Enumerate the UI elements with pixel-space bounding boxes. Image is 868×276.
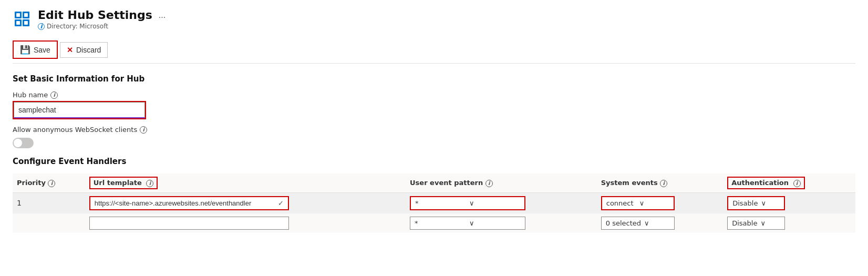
ellipsis-button[interactable]: ... <box>157 11 168 20</box>
anonymous-toggle[interactable] <box>13 138 34 148</box>
table-row: 1 ✓ * ∨ connect ∨ <box>13 192 855 213</box>
basic-info-title: Set Basic Information for Hub <box>13 74 855 84</box>
event-handlers-table: Priority i Url template i User event pat… <box>13 173 855 233</box>
event-handlers-title: Configure Event Handlers <box>13 157 855 166</box>
event-handlers-section: Configure Event Handlers Priority i Url … <box>13 157 855 233</box>
col-url-template: Url template i <box>85 173 406 192</box>
discard-icon: ✕ <box>67 46 73 54</box>
save-button[interactable]: 💾 Save <box>13 40 58 59</box>
col-system-events: System events i <box>597 173 723 192</box>
col-user-event-pattern: User event pattern i <box>406 173 597 192</box>
info-icon: i <box>38 23 45 30</box>
url-template-input-row2[interactable] <box>94 219 284 227</box>
system-events-row2-chevron-icon: ∨ <box>644 219 649 227</box>
svg-rect-7 <box>24 21 28 25</box>
row2-authentication[interactable]: Disable ∨ <box>723 213 855 233</box>
toolbar: 💾 Save ✕ Discard <box>13 36 855 64</box>
row2-priority <box>13 213 85 233</box>
anonymous-info-icon: i <box>140 126 147 134</box>
auth-chevron-icon: ∨ <box>761 199 766 207</box>
svg-rect-5 <box>24 13 28 17</box>
row1-system-events[interactable]: connect ∨ <box>597 192 723 213</box>
basic-info-section: Set Basic Information for Hub Hub name i… <box>13 74 855 148</box>
url-check-icon: ✓ <box>278 199 284 207</box>
row2-url-template[interactable] <box>85 213 406 233</box>
anonymous-label: Allow anonymous WebSocket clients i <box>13 126 855 134</box>
hub-name-input[interactable] <box>14 102 145 118</box>
user-pattern-chevron-icon: ∨ <box>469 199 520 207</box>
row1-user-event-pattern[interactable]: * ∨ <box>406 192 597 213</box>
title-block: Edit Hub Settings ... i Directory: Micro… <box>38 8 168 30</box>
header-area: Edit Hub Settings ... i Directory: Micro… <box>13 8 855 30</box>
user-pattern-row2-chevron-icon: ∨ <box>469 219 521 227</box>
hub-name-label: Hub name i <box>13 91 855 99</box>
auth-info-icon: i <box>793 180 801 187</box>
system-events-chevron-icon: ∨ <box>639 199 669 207</box>
row1-priority: 1 <box>13 192 85 213</box>
hub-name-info-icon: i <box>50 91 58 99</box>
col-authentication: Authentication i <box>723 173 855 192</box>
toggle-container <box>13 138 855 148</box>
discard-button[interactable]: ✕ Discard <box>60 42 108 58</box>
priority-info-icon: i <box>48 180 55 187</box>
table-row: * ∨ 0 selected ∨ Disable ∨ <box>13 213 855 233</box>
page-title: Edit Hub Settings ... <box>38 8 168 22</box>
col-priority: Priority i <box>13 173 85 192</box>
table-header-row: Priority i Url template i User event pat… <box>13 173 855 192</box>
system-events-info-icon: i <box>660 180 667 187</box>
row1-url-template[interactable]: ✓ <box>85 192 406 213</box>
url-template-input-row1[interactable] <box>95 199 275 207</box>
auth-row2-chevron-icon: ∨ <box>760 219 766 227</box>
url-template-info-icon: i <box>146 180 153 187</box>
row2-user-event-pattern[interactable]: * ∨ <box>406 213 597 233</box>
hub-name-wrapper <box>13 101 146 119</box>
svg-rect-6 <box>16 21 20 25</box>
subtitle: i Directory: Microsoft <box>38 23 168 30</box>
svg-rect-4 <box>16 13 20 17</box>
row2-system-events[interactable]: 0 selected ∨ <box>597 213 723 233</box>
app-icon <box>13 9 32 28</box>
row1-authentication[interactable]: Disable ∨ <box>723 192 855 213</box>
save-icon: 💾 <box>20 45 30 55</box>
user-event-info-icon: i <box>485 180 493 187</box>
